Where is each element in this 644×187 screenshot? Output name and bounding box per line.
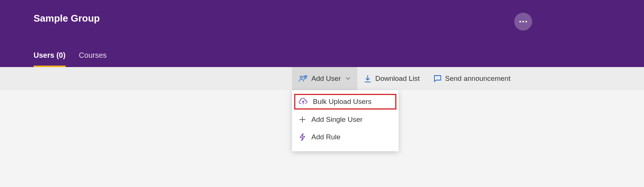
svg-point-5 bbox=[305, 76, 307, 77]
download-icon bbox=[364, 75, 371, 83]
svg-point-0 bbox=[519, 21, 521, 22]
bulk-upload-users-label: Bulk Upload Users bbox=[313, 98, 371, 106]
add-rule-item[interactable]: Add Rule bbox=[292, 128, 399, 146]
ellipsis-icon bbox=[519, 20, 527, 23]
people-icon bbox=[299, 75, 308, 82]
page-header: Sample Group Users (0) Courses bbox=[0, 0, 644, 67]
download-list-button[interactable]: Download List bbox=[357, 67, 426, 90]
send-announcement-label: Send announcement bbox=[445, 75, 511, 83]
add-single-user-item[interactable]: Add Single User bbox=[292, 111, 399, 128]
lightning-icon bbox=[299, 133, 306, 142]
cloud-upload-icon bbox=[299, 98, 308, 105]
add-user-dropdown: Bulk Upload Users Add Single User Add Ru… bbox=[292, 90, 399, 151]
add-rule-label: Add Rule bbox=[311, 133, 340, 141]
more-options-button[interactable] bbox=[514, 13, 532, 31]
add-user-button[interactable]: Add User bbox=[292, 67, 357, 90]
svg-point-3 bbox=[300, 76, 302, 78]
download-list-label: Download List bbox=[375, 75, 420, 83]
send-announcement-button[interactable]: Send announcement bbox=[427, 67, 517, 90]
comment-icon bbox=[433, 75, 442, 82]
tab-users[interactable]: Users (0) bbox=[34, 51, 66, 67]
svg-point-1 bbox=[522, 21, 524, 22]
add-user-label: Add User bbox=[311, 75, 341, 83]
toolbar: Add User Download List Send announcement bbox=[0, 67, 644, 90]
chevron-down-icon bbox=[345, 77, 351, 80]
bulk-upload-users-item[interactable]: Bulk Upload Users bbox=[294, 94, 396, 110]
add-single-user-label: Add Single User bbox=[311, 115, 362, 124]
tab-courses[interactable]: Courses bbox=[79, 51, 107, 67]
svg-point-2 bbox=[525, 21, 527, 22]
plus-icon bbox=[299, 116, 306, 123]
tab-bar: Users (0) Courses bbox=[34, 51, 107, 67]
